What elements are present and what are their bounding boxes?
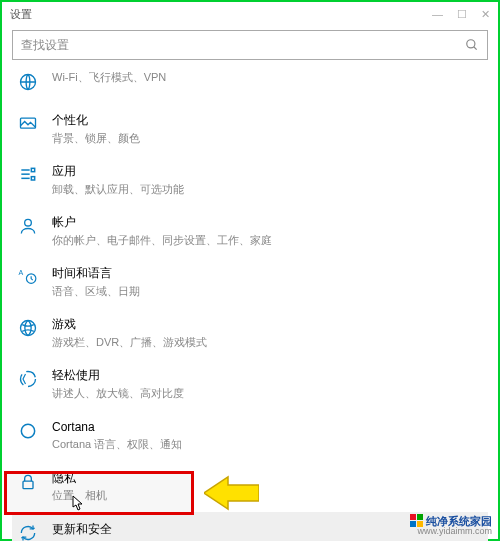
item-title: 游戏 (52, 316, 207, 333)
cortana-icon (16, 419, 40, 443)
item-title: 隐私 (52, 470, 107, 487)
item-desc: Cortana 语言、权限、通知 (52, 437, 182, 451)
settings-item-personalization[interactable]: 个性化 背景、锁屏、颜色 (12, 103, 488, 154)
settings-item-privacy[interactable]: 隐私 位置、相机 (12, 461, 488, 512)
privacy-icon (16, 470, 40, 494)
watermark: 纯净系统家园 www.yidaimm.com (410, 506, 492, 537)
item-title: 帐户 (52, 214, 272, 231)
item-desc: 游戏栏、DVR、广播、游戏模式 (52, 335, 207, 349)
item-desc: 讲述人、放大镜、高对比度 (52, 386, 184, 400)
settings-window: 设置 — ☐ ✕ 查找设置 Wi-Fi、飞行模式、VPN 个性化 (0, 0, 500, 541)
settings-item-apps[interactable]: 应用 卸载、默认应用、可选功能 (12, 154, 488, 205)
titlebar: 设置 — ☐ ✕ (2, 2, 498, 26)
item-title: 更新和安全 (52, 521, 188, 538)
svg-point-0 (467, 40, 475, 48)
search-icon (465, 38, 479, 52)
window-controls: — ☐ ✕ (432, 8, 490, 21)
item-title: 时间和语言 (52, 265, 140, 282)
svg-rect-15 (23, 481, 33, 489)
network-icon (16, 70, 40, 94)
item-desc: Wi-Fi、飞行模式、VPN (52, 70, 166, 84)
settings-item-time-language[interactable]: A 时间和语言 语音、区域、日期 (12, 256, 488, 307)
personalize-icon (16, 112, 40, 136)
search-input[interactable]: 查找设置 (21, 37, 465, 54)
item-title: 应用 (52, 163, 184, 180)
watermark-url: www.yidaimm.com (410, 527, 492, 537)
gaming-icon (16, 316, 40, 340)
close-button[interactable]: ✕ (481, 8, 490, 21)
svg-rect-7 (31, 168, 34, 171)
search-box[interactable]: 查找设置 (12, 30, 488, 60)
window-title: 设置 (10, 7, 432, 22)
settings-item-accounts[interactable]: 帐户 你的帐户、电子邮件、同步设置、工作、家庭 (12, 205, 488, 256)
item-desc: 你的帐户、电子邮件、同步设置、工作、家庭 (52, 233, 272, 247)
svg-rect-8 (31, 177, 34, 180)
svg-point-12 (21, 321, 36, 336)
update-icon (16, 521, 40, 541)
svg-line-1 (474, 47, 477, 50)
ease-icon (16, 367, 40, 391)
item-desc: 背景、锁屏、颜色 (52, 131, 140, 145)
svg-text:A: A (19, 270, 24, 277)
svg-point-14 (21, 424, 34, 437)
svg-point-9 (25, 220, 32, 227)
watermark-name: 纯净系统家园 (426, 515, 492, 527)
accounts-icon (16, 214, 40, 238)
settings-item-ease-of-access[interactable]: 轻松使用 讲述人、放大镜、高对比度 (12, 358, 488, 409)
item-desc: 位置、相机 (52, 488, 107, 502)
settings-list: Wi-Fi、飞行模式、VPN 个性化 背景、锁屏、颜色 应用 卸载、默认应用、可… (2, 68, 498, 541)
settings-item-gaming[interactable]: 游戏 游戏栏、DVR、广播、游戏模式 (12, 307, 488, 358)
settings-item-cortana[interactable]: Cortana Cortana 语言、权限、通知 (12, 410, 488, 461)
settings-item-network[interactable]: Wi-Fi、飞行模式、VPN (12, 68, 488, 103)
minimize-button[interactable]: — (432, 8, 443, 21)
item-title: 个性化 (52, 112, 140, 129)
maximize-button[interactable]: ☐ (457, 8, 467, 21)
item-title: 轻松使用 (52, 367, 184, 384)
time-icon: A (16, 265, 40, 289)
item-desc: 语音、区域、日期 (52, 284, 140, 298)
apps-icon (16, 163, 40, 187)
item-desc: 卸载、默认应用、可选功能 (52, 182, 184, 196)
item-title: Cortana (52, 419, 182, 436)
